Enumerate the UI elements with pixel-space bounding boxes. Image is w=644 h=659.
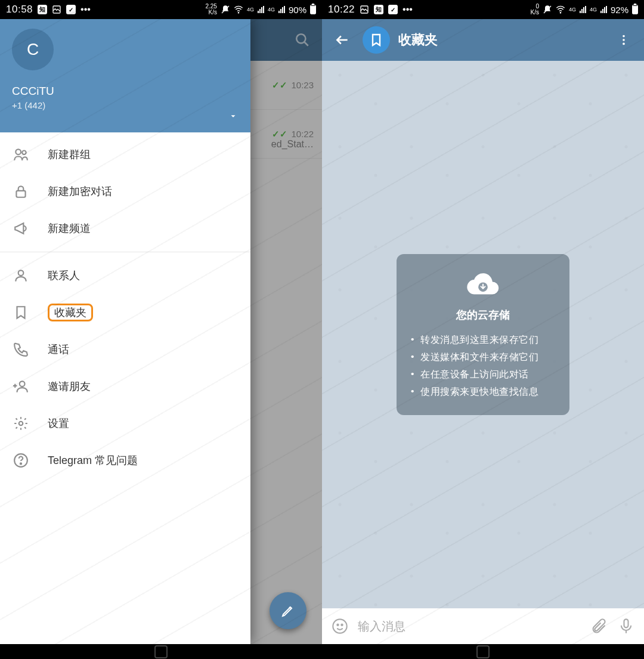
megaphone-icon <box>13 221 29 236</box>
saved-avatar[interactable] <box>363 26 390 54</box>
svg-point-23 <box>337 624 338 626</box>
info-bullet: 在任意设备上访问此对话 <box>411 366 555 383</box>
svg-point-12 <box>19 422 23 426</box>
help-icon <box>13 453 29 468</box>
net-label-2: 4G <box>590 7 597 13</box>
signal-icon <box>258 6 264 13</box>
message-input[interactable]: 输入消息 <box>358 618 581 635</box>
chat-title: 收藏夹 <box>398 31 603 49</box>
svg-point-17 <box>560 13 561 13</box>
drawer-item-label: Telegram 常见问题 <box>48 453 138 468</box>
svg-point-18 <box>623 35 625 38</box>
phone-right: 10:22 知 ✓ ••• 0K/s 4G 4G 92% <box>322 0 644 659</box>
net-label-2: 4G <box>268 7 275 13</box>
phone-left: 10:58 知 ✓ ••• 2.25K/s 4G 4G 90% <box>0 0 322 659</box>
wifi-icon <box>556 5 565 14</box>
chat-body[interactable]: 您的云存储 转发消息到这里来保存它们发送媒体和文件来存储它们在任意设备上访问此对… <box>322 61 644 608</box>
drawer-item-label: 新建频道 <box>48 221 91 236</box>
profile-phone: +1 (442) <box>12 100 239 110</box>
attach-icon[interactable] <box>589 617 608 636</box>
svg-point-6 <box>22 151 26 155</box>
net-label-1: 4G <box>247 7 254 13</box>
avatar[interactable]: C <box>12 29 54 70</box>
chevron-down-icon[interactable] <box>229 112 237 120</box>
signal-icon <box>580 6 586 13</box>
drawer-item-label: 收藏夹 <box>48 305 93 320</box>
mute-icon <box>543 5 552 14</box>
bookmark-icon <box>13 305 29 320</box>
drawer-item-label: 通话 <box>48 342 69 357</box>
drawer-item-label: 新建群组 <box>48 147 91 162</box>
battery-icon <box>310 5 316 14</box>
drawer-item-new-group[interactable]: 新建群组 <box>0 136 250 173</box>
mute-icon <box>221 5 230 14</box>
drawer-item-faq[interactable]: Telegram 常见问题 <box>0 442 250 479</box>
drawer-item-invite[interactable]: 邀请朋友 <box>0 368 250 405</box>
gear-icon <box>13 416 29 431</box>
picture-icon <box>52 5 61 14</box>
drawer-item-saved[interactable]: 收藏夹 <box>0 294 250 331</box>
svg-rect-7 <box>16 191 25 197</box>
phone-icon <box>13 342 29 357</box>
status-time: 10:58 <box>6 4 33 16</box>
info-title: 您的云存储 <box>411 308 555 322</box>
wifi-icon <box>234 5 243 14</box>
battery-pct: 90% <box>289 5 306 15</box>
info-bullet: 发送媒体和文件来存储它们 <box>411 349 555 366</box>
compose-fab[interactable] <box>270 592 306 629</box>
info-bullet: 转发消息到这里来保存它们 <box>411 332 555 349</box>
signal-icon <box>278 6 285 13</box>
drawer-item-new-channel[interactable]: 新建频道 <box>0 210 250 247</box>
drawer-item-settings[interactable]: 设置 <box>0 405 250 442</box>
profile-name: CCCiTU <box>12 85 239 98</box>
net-speed: 0K/s <box>530 4 538 16</box>
svg-point-9 <box>20 381 25 386</box>
cloud-info-card: 您的云存储 转发消息到这里来保存它们发送媒体和文件来存储它们在任意设备上访问此对… <box>397 254 569 415</box>
message-input-bar: 输入消息 <box>322 608 644 644</box>
status-bar: 10:58 知 ✓ ••• 2.25K/s 4G 4G 90% <box>0 0 322 19</box>
drawer-item-contacts[interactable]: 联系人 <box>0 257 250 294</box>
check-icon: ✓ <box>66 5 76 14</box>
check-icon: ✓ <box>388 5 398 14</box>
lock-icon <box>13 184 29 199</box>
info-bullet: 使用搜索来更快地查找信息 <box>411 383 555 401</box>
cloud-download-icon <box>466 267 500 301</box>
svg-point-14 <box>20 463 21 464</box>
svg-point-22 <box>333 619 346 633</box>
nav-drawer: C CCCiTU +1 (442) 新建群组新建加密对话新建频道 联系人收藏夹通… <box>0 19 250 644</box>
drawer-item-label: 设置 <box>48 416 69 431</box>
android-navbar <box>322 644 644 659</box>
more-button[interactable] <box>612 28 636 52</box>
net-speed: 2.25K/s <box>205 4 216 16</box>
divider <box>0 252 250 252</box>
battery-icon <box>632 5 638 14</box>
invite-icon <box>13 379 29 394</box>
drawer-list: 新建群组新建加密对话新建频道 联系人收藏夹通话邀请朋友设置Telegram 常见… <box>0 132 250 644</box>
status-bar: 10:22 知 ✓ ••• 0K/s 4G 4G 92% <box>322 0 644 19</box>
drawer-item-label: 邀请朋友 <box>48 379 91 394</box>
battery-pct: 92% <box>611 5 628 15</box>
group-icon <box>13 147 29 162</box>
more-dots-icon: ••• <box>402 4 413 15</box>
drawer-item-calls[interactable]: 通话 <box>0 331 250 368</box>
drawer-item-new-secret[interactable]: 新建加密对话 <box>0 173 250 210</box>
avatar-initial: C <box>27 40 39 59</box>
status-icon: 知 <box>374 5 383 14</box>
mic-icon[interactable] <box>617 617 636 636</box>
person-icon <box>13 268 29 283</box>
android-navbar <box>0 644 322 659</box>
drawer-item-label: 联系人 <box>48 268 80 283</box>
svg-point-8 <box>18 270 24 276</box>
chat-header: 收藏夹 <box>322 19 644 61</box>
svg-point-24 <box>341 624 342 626</box>
net-label-1: 4G <box>569 7 576 13</box>
status-icon: 知 <box>38 5 47 14</box>
picture-icon <box>360 5 369 14</box>
drawer-header[interactable]: C CCCiTU +1 (442) <box>0 19 250 132</box>
svg-point-20 <box>623 43 625 45</box>
svg-point-2 <box>238 13 239 13</box>
svg-point-5 <box>16 149 21 154</box>
signal-icon <box>600 6 607 13</box>
back-button[interactable] <box>330 28 354 52</box>
emoji-icon[interactable] <box>330 617 349 636</box>
